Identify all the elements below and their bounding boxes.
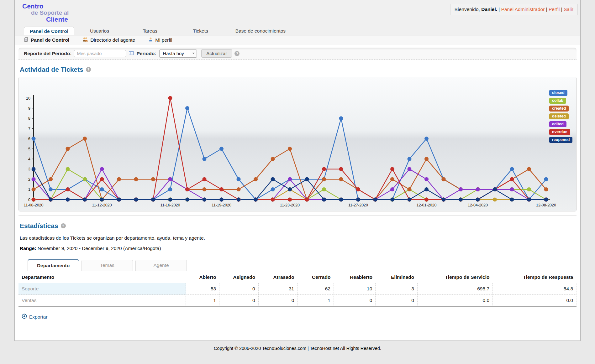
table-row: Soporte5303162103695.754.8 [18,283,577,295]
stat-value: 0.0 [493,295,577,307]
svg-text:2: 2 [28,177,30,182]
report-period-label: Reporte del Período: [24,51,71,56]
activity-help-icon[interactable]: ? [86,67,91,72]
user-link-panel-administrador[interactable]: Panel Administrador [501,7,545,12]
user-bar: Bienvenido, Daniel. | Panel Administrado… [450,4,578,15]
report-period-input[interactable] [74,50,126,57]
subnav-item-panel-de-control[interactable]: Panel de Control [24,37,69,43]
subnav-item-mi-perfil[interactable]: Mi perfil [148,37,172,43]
svg-text:10: 10 [26,96,30,101]
svg-text:12-01-2020: 12-01-2020 [417,203,437,207]
profile-icon [148,37,153,43]
tab-usuarios[interactable]: Usuarios [74,27,125,35]
column-header: Tiempo de Respuesta [493,271,577,283]
tab-panel-de-control[interactable]: Panel de Control [24,27,74,35]
stats-tab-temas[interactable]: Temas [82,260,133,271]
svg-text:8: 8 [28,116,30,121]
column-header: Eliminado [376,271,417,283]
column-header: Departamento [18,271,186,283]
welcome-text: Bienvenido, [455,7,480,12]
table-row: Ventas1001000.00.0 [18,295,577,307]
stats-help-icon[interactable]: ? [61,223,66,228]
user-link-perfil[interactable]: Perfil [549,7,560,12]
legend-edited: edited [549,121,566,127]
stat-value: 1 [186,295,219,307]
calendar-icon[interactable] [129,50,134,57]
period-label: Período: [136,51,156,56]
main-window: Centro de Soporte al Cliente Bienvenido,… [14,0,581,341]
legend-collab: collab [549,98,566,104]
svg-text:0: 0 [28,198,30,202]
user-link-salir[interactable]: Salir [564,7,573,12]
stats-title-row: Estadísticas ? [20,222,580,230]
header: Centro de Soporte al Cliente Bienvenido,… [15,0,580,27]
legend-reopened: reopened [549,137,572,143]
stat-value: 3 [376,283,417,295]
svg-text:7: 7 [28,127,30,131]
svg-text:12-04-2020: 12-04-2020 [468,203,488,207]
column-header: Atrasado [258,271,298,283]
tab-tareas[interactable]: Tareas [125,27,175,35]
chevron-down-icon [190,50,197,57]
document-icon [24,37,29,43]
department-name: Ventas [18,295,186,307]
stat-value: 695.7 [417,283,492,295]
period-select[interactable]: Hasta hoy [159,49,197,58]
download-icon [22,314,27,320]
tab-tickets[interactable]: Tickets [175,27,226,35]
export-label: Exportar [29,314,48,320]
sub-nav: Panel de ControlDirectorio del agenteMi … [15,35,580,45]
svg-text:9: 9 [28,106,30,111]
stats-tab-agente[interactable]: Agente [135,260,187,271]
stat-value: 54.8 [493,283,577,295]
stats-tabs: DepartamentoTemasAgente [18,259,577,271]
legend-created: created [549,106,569,112]
stat-value: 0.0 [417,295,492,307]
update-button[interactable]: Actualizar [201,49,232,58]
column-header: Abierto [186,271,219,283]
subnav-item-directorio-del-agente[interactable]: Directorio del agente [82,37,135,43]
export-link[interactable]: Exportar [22,314,48,320]
stats-range-value: November 9, 2020 - December 9, 2020 (Ame… [36,246,161,251]
stat-value: 10 [334,283,375,295]
stats-range-label: Range: [20,246,36,251]
report-filter-bar: Reporte del Período: Período: Hasta hoy … [18,48,577,60]
svg-text:11-12-2020: 11-12-2020 [92,203,112,207]
activity-title: Actividad de Tickets [20,66,83,73]
stat-value: 31 [258,283,298,295]
column-header: Reabierto [334,271,375,283]
stats-table-header: DepartamentoAbiertoAsignadoAtrasadoCerra… [18,271,577,283]
svg-text:11-08-2020: 11-08-2020 [24,203,43,207]
logo-line3: Cliente [46,16,580,23]
stat-value: 0 [219,283,259,295]
tab-base-de-conocimientos[interactable]: Base de conocimientos [226,27,295,35]
activity-chart-svg: 01234567891011-08-202011-12-202011-16-20… [19,77,578,211]
column-header: Tiempo de Servicio [417,271,492,283]
svg-text:1: 1 [28,187,30,192]
svg-text:6: 6 [28,137,30,141]
department-name: Soporte [18,283,186,295]
section-divider [18,216,577,216]
main-nav-tabs: Panel de ControlUsuariosTareasTicketsBas… [15,27,580,35]
legend-overdue: overdue [549,129,570,135]
stats-range: Range: November 9, 2020 - December 9, 20… [20,246,580,251]
svg-text:3: 3 [28,167,30,171]
help-icon[interactable]: ? [234,51,240,56]
stat-value: 53 [186,283,219,295]
welcome-username: Daniel. [481,7,497,12]
legend-closed: closed [549,90,567,96]
svg-text:11-27-2020: 11-27-2020 [348,203,368,207]
stats-tab-departamento[interactable]: Departamento [28,259,79,271]
stat-value: 0 [219,295,259,307]
stats-table: DepartamentoAbiertoAsignadoAtrasadoCerra… [18,271,577,307]
stat-value: 62 [298,283,334,295]
column-header: Cerrado [298,271,334,283]
svg-text:11-23-2020: 11-23-2020 [280,203,300,207]
stat-value: 0 [376,295,417,307]
svg-text:11-19-2020: 11-19-2020 [212,203,231,207]
svg-text:11-16-2020: 11-16-2020 [160,203,180,207]
activity-chart: 01234567891011-08-202011-12-202011-16-20… [18,77,577,211]
stats-title: Estadísticas [20,222,58,230]
stat-value: 0 [334,295,375,307]
column-header: Asignado [219,271,259,283]
